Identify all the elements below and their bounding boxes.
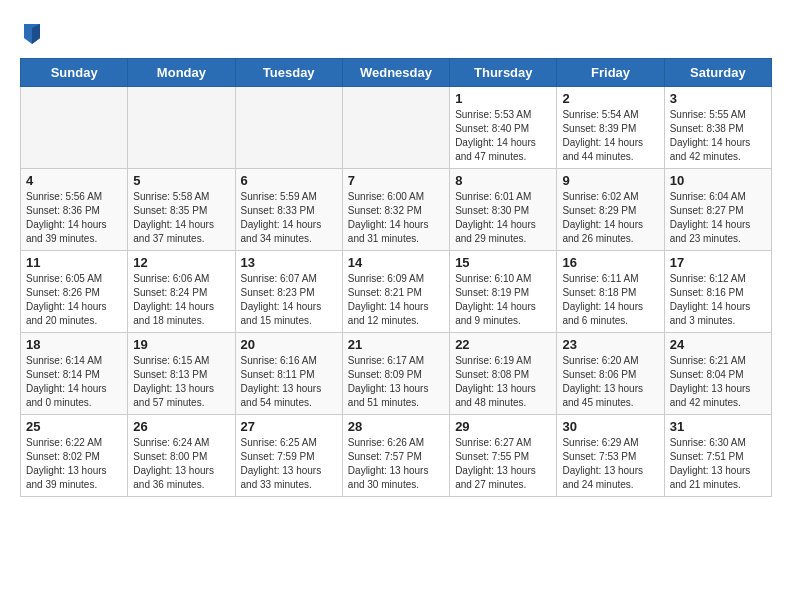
- day-info: Sunrise: 6:25 AM Sunset: 7:59 PM Dayligh…: [241, 436, 337, 492]
- day-info: Sunrise: 6:24 AM Sunset: 8:00 PM Dayligh…: [133, 436, 229, 492]
- day-number: 4: [26, 173, 122, 188]
- calendar-cell: 15Sunrise: 6:10 AM Sunset: 8:19 PM Dayli…: [450, 251, 557, 333]
- calendar-cell: 30Sunrise: 6:29 AM Sunset: 7:53 PM Dayli…: [557, 415, 664, 497]
- calendar-week-4: 18Sunrise: 6:14 AM Sunset: 8:14 PM Dayli…: [21, 333, 772, 415]
- weekday-tuesday: Tuesday: [235, 59, 342, 87]
- calendar-cell: 3Sunrise: 5:55 AM Sunset: 8:38 PM Daylig…: [664, 87, 771, 169]
- day-number: 5: [133, 173, 229, 188]
- calendar-cell: 1Sunrise: 5:53 AM Sunset: 8:40 PM Daylig…: [450, 87, 557, 169]
- calendar-cell: 29Sunrise: 6:27 AM Sunset: 7:55 PM Dayli…: [450, 415, 557, 497]
- day-info: Sunrise: 6:30 AM Sunset: 7:51 PM Dayligh…: [670, 436, 766, 492]
- day-number: 11: [26, 255, 122, 270]
- calendar-cell: 28Sunrise: 6:26 AM Sunset: 7:57 PM Dayli…: [342, 415, 449, 497]
- day-number: 26: [133, 419, 229, 434]
- calendar-cell: [342, 87, 449, 169]
- day-info: Sunrise: 6:16 AM Sunset: 8:11 PM Dayligh…: [241, 354, 337, 410]
- day-number: 31: [670, 419, 766, 434]
- calendar-cell: [235, 87, 342, 169]
- day-info: Sunrise: 6:11 AM Sunset: 8:18 PM Dayligh…: [562, 272, 658, 328]
- day-info: Sunrise: 6:14 AM Sunset: 8:14 PM Dayligh…: [26, 354, 122, 410]
- day-info: Sunrise: 6:01 AM Sunset: 8:30 PM Dayligh…: [455, 190, 551, 246]
- calendar-cell: 13Sunrise: 6:07 AM Sunset: 8:23 PM Dayli…: [235, 251, 342, 333]
- day-number: 21: [348, 337, 444, 352]
- day-info: Sunrise: 5:55 AM Sunset: 8:38 PM Dayligh…: [670, 108, 766, 164]
- calendar-cell: 18Sunrise: 6:14 AM Sunset: 8:14 PM Dayli…: [21, 333, 128, 415]
- day-info: Sunrise: 6:10 AM Sunset: 8:19 PM Dayligh…: [455, 272, 551, 328]
- calendar-cell: 23Sunrise: 6:20 AM Sunset: 8:06 PM Dayli…: [557, 333, 664, 415]
- calendar-cell: 25Sunrise: 6:22 AM Sunset: 8:02 PM Dayli…: [21, 415, 128, 497]
- day-info: Sunrise: 6:21 AM Sunset: 8:04 PM Dayligh…: [670, 354, 766, 410]
- calendar-cell: 7Sunrise: 6:00 AM Sunset: 8:32 PM Daylig…: [342, 169, 449, 251]
- day-info: Sunrise: 6:06 AM Sunset: 8:24 PM Dayligh…: [133, 272, 229, 328]
- weekday-sunday: Sunday: [21, 59, 128, 87]
- day-number: 20: [241, 337, 337, 352]
- day-number: 3: [670, 91, 766, 106]
- calendar-week-5: 25Sunrise: 6:22 AM Sunset: 8:02 PM Dayli…: [21, 415, 772, 497]
- day-info: Sunrise: 6:02 AM Sunset: 8:29 PM Dayligh…: [562, 190, 658, 246]
- calendar-week-1: 1Sunrise: 5:53 AM Sunset: 8:40 PM Daylig…: [21, 87, 772, 169]
- day-number: 1: [455, 91, 551, 106]
- header: [20, 20, 772, 48]
- logo: [20, 20, 48, 48]
- calendar-week-2: 4Sunrise: 5:56 AM Sunset: 8:36 PM Daylig…: [21, 169, 772, 251]
- day-info: Sunrise: 6:15 AM Sunset: 8:13 PM Dayligh…: [133, 354, 229, 410]
- day-number: 16: [562, 255, 658, 270]
- day-number: 22: [455, 337, 551, 352]
- calendar-cell: 11Sunrise: 6:05 AM Sunset: 8:26 PM Dayli…: [21, 251, 128, 333]
- weekday-wednesday: Wednesday: [342, 59, 449, 87]
- day-number: 14: [348, 255, 444, 270]
- day-info: Sunrise: 5:53 AM Sunset: 8:40 PM Dayligh…: [455, 108, 551, 164]
- calendar-cell: 9Sunrise: 6:02 AM Sunset: 8:29 PM Daylig…: [557, 169, 664, 251]
- day-info: Sunrise: 6:07 AM Sunset: 8:23 PM Dayligh…: [241, 272, 337, 328]
- day-info: Sunrise: 6:12 AM Sunset: 8:16 PM Dayligh…: [670, 272, 766, 328]
- day-number: 24: [670, 337, 766, 352]
- calendar-body: 1Sunrise: 5:53 AM Sunset: 8:40 PM Daylig…: [21, 87, 772, 497]
- day-number: 17: [670, 255, 766, 270]
- logo-icon: [20, 20, 44, 48]
- day-number: 15: [455, 255, 551, 270]
- calendar-week-3: 11Sunrise: 6:05 AM Sunset: 8:26 PM Dayli…: [21, 251, 772, 333]
- calendar-cell: 21Sunrise: 6:17 AM Sunset: 8:09 PM Dayli…: [342, 333, 449, 415]
- day-number: 2: [562, 91, 658, 106]
- day-info: Sunrise: 6:27 AM Sunset: 7:55 PM Dayligh…: [455, 436, 551, 492]
- day-number: 8: [455, 173, 551, 188]
- day-number: 10: [670, 173, 766, 188]
- calendar-cell: 22Sunrise: 6:19 AM Sunset: 8:08 PM Dayli…: [450, 333, 557, 415]
- day-info: Sunrise: 6:22 AM Sunset: 8:02 PM Dayligh…: [26, 436, 122, 492]
- day-number: 19: [133, 337, 229, 352]
- day-number: 28: [348, 419, 444, 434]
- calendar-cell: 10Sunrise: 6:04 AM Sunset: 8:27 PM Dayli…: [664, 169, 771, 251]
- day-info: Sunrise: 6:17 AM Sunset: 8:09 PM Dayligh…: [348, 354, 444, 410]
- day-info: Sunrise: 6:29 AM Sunset: 7:53 PM Dayligh…: [562, 436, 658, 492]
- calendar-cell: 31Sunrise: 6:30 AM Sunset: 7:51 PM Dayli…: [664, 415, 771, 497]
- calendar-cell: [21, 87, 128, 169]
- day-number: 6: [241, 173, 337, 188]
- calendar-cell: 27Sunrise: 6:25 AM Sunset: 7:59 PM Dayli…: [235, 415, 342, 497]
- calendar-cell: 19Sunrise: 6:15 AM Sunset: 8:13 PM Dayli…: [128, 333, 235, 415]
- day-number: 27: [241, 419, 337, 434]
- weekday-monday: Monday: [128, 59, 235, 87]
- calendar-cell: 26Sunrise: 6:24 AM Sunset: 8:00 PM Dayli…: [128, 415, 235, 497]
- calendar-cell: 8Sunrise: 6:01 AM Sunset: 8:30 PM Daylig…: [450, 169, 557, 251]
- calendar-table: SundayMondayTuesdayWednesdayThursdayFrid…: [20, 58, 772, 497]
- day-number: 12: [133, 255, 229, 270]
- day-number: 9: [562, 173, 658, 188]
- day-number: 18: [26, 337, 122, 352]
- day-info: Sunrise: 5:54 AM Sunset: 8:39 PM Dayligh…: [562, 108, 658, 164]
- calendar-cell: 6Sunrise: 5:59 AM Sunset: 8:33 PM Daylig…: [235, 169, 342, 251]
- day-info: Sunrise: 6:09 AM Sunset: 8:21 PM Dayligh…: [348, 272, 444, 328]
- day-number: 25: [26, 419, 122, 434]
- calendar-cell: 24Sunrise: 6:21 AM Sunset: 8:04 PM Dayli…: [664, 333, 771, 415]
- calendar-cell: 17Sunrise: 6:12 AM Sunset: 8:16 PM Dayli…: [664, 251, 771, 333]
- calendar-cell: 5Sunrise: 5:58 AM Sunset: 8:35 PM Daylig…: [128, 169, 235, 251]
- day-info: Sunrise: 6:20 AM Sunset: 8:06 PM Dayligh…: [562, 354, 658, 410]
- weekday-saturday: Saturday: [664, 59, 771, 87]
- day-number: 13: [241, 255, 337, 270]
- weekday-header-row: SundayMondayTuesdayWednesdayThursdayFrid…: [21, 59, 772, 87]
- calendar-cell: [128, 87, 235, 169]
- day-number: 23: [562, 337, 658, 352]
- calendar-cell: 2Sunrise: 5:54 AM Sunset: 8:39 PM Daylig…: [557, 87, 664, 169]
- day-number: 30: [562, 419, 658, 434]
- calendar-cell: 20Sunrise: 6:16 AM Sunset: 8:11 PM Dayli…: [235, 333, 342, 415]
- weekday-friday: Friday: [557, 59, 664, 87]
